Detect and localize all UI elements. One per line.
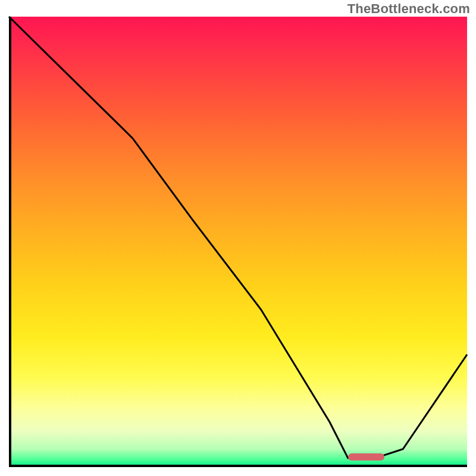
optimal-range-marker (348, 453, 385, 461)
chart-plot-area (9, 17, 467, 467)
curve-path (9, 17, 467, 458)
bottleneck-curve (9, 17, 467, 467)
watermark-text: TheBottleneck.com (347, 1, 470, 17)
